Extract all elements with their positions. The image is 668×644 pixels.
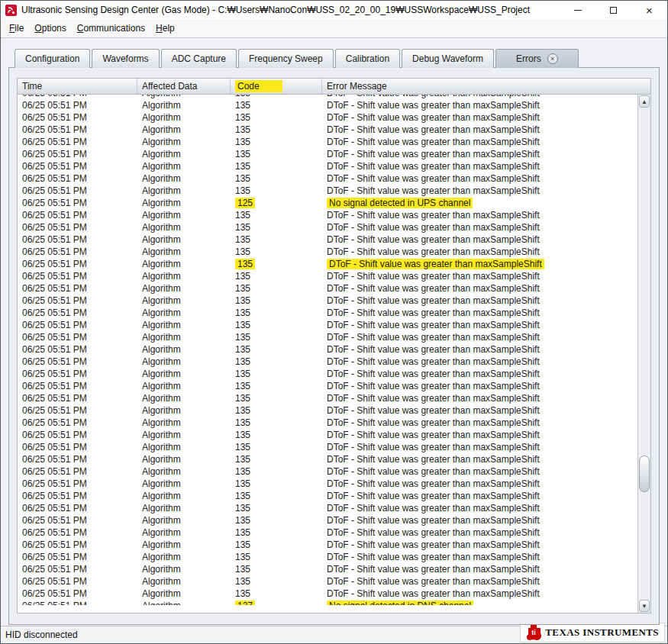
cell-time: 06/25 05:51 PM [18,270,137,282]
cell-time: 06/25 05:51 PM [18,563,137,575]
table-row[interactable]: 06/25 05:51 PMAlgorithm135DToF - Shift v… [18,172,637,185]
table-row[interactable]: 06/25 05:51 PMAlgorithm135DToF - Shift v… [18,526,637,539]
table-row[interactable]: 06/25 05:51 PMAlgorithm135DToF - Shift v… [18,136,637,148]
column-header-affected-data[interactable]: Affected Data [137,79,231,94]
table-row[interactable]: 06/25 05:51 PMAlgorithm135DToF - Shift v… [18,429,637,441]
table-row[interactable]: 06/25 05:51 PMAlgorithm135DToF - Shift v… [18,111,637,124]
column-header-error-message[interactable]: Error Message [322,79,650,94]
tab-configuration[interactable]: Configuration [15,49,90,68]
table-row[interactable]: 06/25 05:51 PMAlgorithm135DToF - Shift v… [18,417,637,429]
cell-error-message: DToF - Shift value was greater than maxS… [322,539,637,551]
table-row[interactable]: 06/25 05:51 PMAlgorithm135DToF - Shift v… [18,465,637,478]
cell-time: 06/25 05:51 PM [18,160,137,172]
table-row[interactable]: 06/25 05:51 PMAlgorithm135DToF - Shift v… [18,588,637,600]
cell-error-message: No signal detected in DNS channel [322,600,637,605]
tab-debug-waveform[interactable]: Debug Waveform [402,49,494,68]
scrollbar-thumb[interactable] [639,456,650,492]
table-row[interactable]: 06/25 05:51 PMAlgorithm135DToF - Shift v… [18,575,637,588]
table-row[interactable]: 06/25 05:51 PMAlgorithm135DToF - Shift v… [18,160,637,172]
table-row[interactable]: 06/25 05:51 PMAlgorithm135DToF - Shift v… [18,368,637,380]
menu-file[interactable]: File [4,20,29,37]
cell-time: 06/25 05:51 PM [18,111,137,124]
cell-affected-data: Algorithm [137,270,231,282]
maximize-button[interactable] [595,1,631,19]
maximize-icon [610,7,617,14]
cell-code: 135 [231,563,322,575]
table-row[interactable]: 06/25 05:51 PMAlgorithm125No signal dete… [18,197,637,209]
table-row[interactable]: 06/25 05:51 PMAlgorithm135DToF - Shift v… [18,380,637,392]
table-row[interactable]: 06/25 05:51 PMAlgorithm135DToF - Shift v… [18,246,637,258]
vertical-scrollbar[interactable]: ▲ ▼ [637,95,650,613]
cell-code: 135 [231,331,322,343]
table-row[interactable]: 06/25 05:51 PMAlgorithm135DToF - Shift v… [18,478,637,490]
scrollbar-track[interactable] [638,108,650,599]
table-row[interactable]: 06/25 05:51 PMAlgorithm127No signal dete… [18,600,637,605]
table-row[interactable]: 06/25 05:51 PMAlgorithm135DToF - Shift v… [18,356,637,368]
table-row[interactable]: 06/25 05:51 PMAlgorithm135DToF - Shift v… [18,270,637,282]
table-row[interactable]: 06/25 05:51 PMAlgorithm135DToF - Shift v… [18,282,637,295]
table-row[interactable]: 06/25 05:51 PMAlgorithm135DToF - Shift v… [18,441,637,453]
table-row[interactable]: 06/25 05:51 PMAlgorithm135DToF - Shift v… [18,295,637,307]
cell-affected-data: Algorithm [137,233,231,246]
cell-affected-data: Algorithm [137,148,231,160]
cell-affected-data: Algorithm [137,282,231,295]
table-row[interactable]: 06/25 05:51 PMAlgorithm135DToF - Shift v… [18,502,637,514]
menu-help[interactable]: Help [150,20,180,37]
table-row[interactable]: 06/25 05:51 PMAlgorithm135DToF - Shift v… [18,185,637,197]
menu-options[interactable]: Options [29,20,71,37]
cell-code: 135 [231,575,322,588]
cell-error-message: DToF - Shift value was greater than maxS… [322,160,637,172]
table-row[interactable]: 06/25 05:51 PMAlgorithm135DToF - Shift v… [18,563,637,575]
cell-time: 06/25 05:51 PM [18,282,137,295]
minimize-button[interactable] [560,1,595,19]
table-row[interactable]: 06/25 05:51 PMAlgorithm135DToF - Shift v… [18,539,637,551]
scroll-up-button[interactable]: ▲ [639,95,650,108]
tab-close-icon[interactable]: × [547,53,558,64]
table-row[interactable]: 06/25 05:51 PMAlgorithm135DToF - Shift v… [18,331,637,343]
close-icon: × [646,5,653,16]
tab-frequency-sweep[interactable]: Frequency Sweep [238,49,334,68]
table-row[interactable]: 06/25 05:51 PMAlgorithm135DToF - Shift v… [18,392,637,404]
cell-time: 06/25 05:51 PM [18,478,137,490]
cell-code: 135 [231,539,322,551]
cell-code: 135 [231,99,322,111]
cell-code: 135 [231,124,322,136]
table-row[interactable]: 06/25 05:51 PMAlgorithm135DToF - Shift v… [18,453,637,465]
cell-affected-data: Algorithm [137,331,231,343]
table-row[interactable]: 06/25 05:51 PMAlgorithm135DToF - Shift v… [18,233,637,246]
column-header-time[interactable]: Time [18,79,137,94]
tab-calibration[interactable]: Calibration [335,49,400,68]
table-row[interactable]: 06/25 05:51 PMAlgorithm135DToF - Shift v… [18,319,637,331]
table-row[interactable]: 06/25 05:51 PMAlgorithm135DToF - Shift v… [18,404,637,417]
table-row[interactable]: 06/25 05:51 PMAlgorithm135DToF - Shift v… [18,221,637,233]
cell-affected-data: Algorithm [137,172,231,185]
cell-code: 135 [231,319,322,331]
table-row[interactable]: 06/25 05:51 PMAlgorithm135DToF - Shift v… [18,514,637,526]
tab-adc-capture[interactable]: ADC Capture [161,49,237,68]
menu-communications[interactable]: Communications [72,20,150,37]
cell-error-message: DToF - Shift value was greater than maxS… [322,588,637,600]
tab-label: Frequency Sweep [249,53,323,64]
scroll-down-button[interactable]: ▼ [639,600,650,612]
close-button[interactable]: × [631,1,667,19]
table-row[interactable]: 06/25 05:51 PMAlgorithm135DToF - Shift v… [18,307,637,319]
cell-time: 06/25 05:51 PM [18,551,137,563]
table-row[interactable]: 06/25 05:51 PMAlgorithm135DToF - Shift v… [18,148,637,160]
cell-error-message: DToF - Shift value was greater than maxS… [322,380,637,392]
tab-errors[interactable]: Errors× [495,49,579,68]
table-row[interactable]: 06/25 05:51 PMAlgorithm135DToF - Shift v… [18,124,637,136]
cell-code: 135 [231,453,322,465]
cell-error-message: DToF - Shift value was greater than maxS… [322,404,637,417]
table-row[interactable]: 06/25 05:51 PMAlgorithm135DToF - Shift v… [18,209,637,221]
table-row[interactable]: 06/25 05:51 PMAlgorithm135DToF - Shift v… [18,343,637,356]
cell-time: 06/25 05:51 PM [18,258,137,270]
table-row[interactable]: 06/25 05:51 PMAlgorithm135DToF - Shift v… [18,99,637,111]
table-row[interactable]: 06/25 05:51 PMAlgorithm135DToF - Shift v… [18,258,637,270]
table-row[interactable]: 06/25 05:51 PMAlgorithm135DToF - Shift v… [18,551,637,563]
cell-time: 06/25 05:51 PM [18,319,137,331]
tab-waveforms[interactable]: Waveforms [92,49,159,68]
cell-time: 06/25 05:51 PM [18,368,137,380]
column-header-code[interactable]: Code [231,79,322,94]
cell-time: 06/25 05:51 PM [18,124,137,136]
table-row[interactable]: 06/25 05:51 PMAlgorithm135DToF - Shift v… [18,490,637,502]
